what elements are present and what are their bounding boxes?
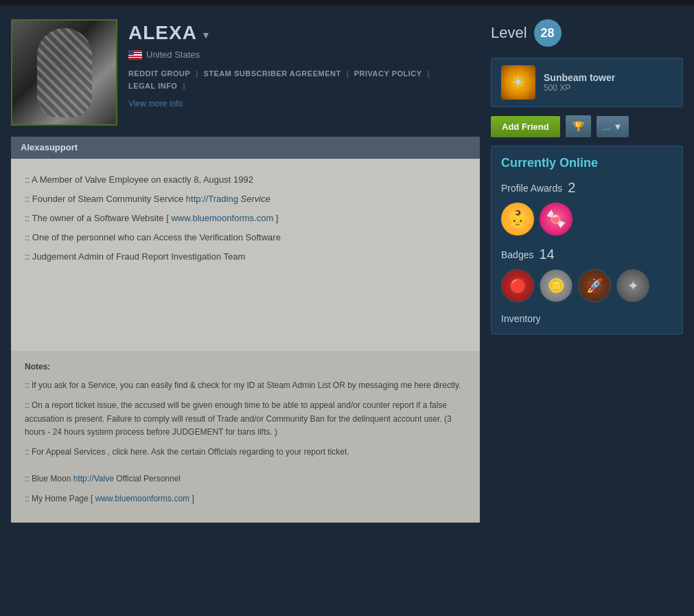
- sunbeam-title: Sunbeam tower: [544, 72, 615, 83]
- avatar-wrapper: [11, 19, 117, 126]
- location-row: United States: [128, 49, 480, 60]
- bio-prefix-3: :: The owner of a Software Website [: [25, 213, 171, 223]
- badge-rocket: 🚀: [578, 269, 611, 302]
- link-reddit-group[interactable]: REDDIT GROUP: [128, 69, 190, 78]
- level-label: Level: [491, 24, 527, 42]
- location-text: United States: [146, 49, 200, 60]
- profile-awards-label: Profile Awards: [501, 183, 562, 194]
- main-container: ALEXA ▼ United States REDDIT GROUP | STE…: [0, 5, 694, 536]
- bio-link-website[interactable]: www.bluemoonforms.com: [171, 213, 273, 223]
- notes4-link[interactable]: http://Valve: [73, 474, 114, 483]
- bio-link-trading[interactable]: http://Trading: [186, 194, 238, 204]
- badges-count: 14: [539, 247, 554, 262]
- bio-line-1: :: A Member of Valve Employee on exactly…: [25, 172, 466, 187]
- bio-text-1: :: A Member of Valve Employee on exactly…: [25, 174, 253, 185]
- separator-1: |: [196, 69, 198, 78]
- right-panel: Level 28 ☀ Sunbeam tower 500 XP Add Frie…: [491, 19, 683, 523]
- sunbeam-card[interactable]: ☀ Sunbeam tower 500 XP: [491, 58, 683, 107]
- inventory-section: Inventory: [501, 313, 673, 324]
- award-baby: 👶: [501, 203, 534, 236]
- badge-star: ✦: [616, 269, 649, 302]
- actions-row: Add Friend 🏆 ... ▼: [491, 115, 683, 137]
- profile-content-area: Alexasupport :: A Member of Valve Employ…: [11, 137, 480, 523]
- top-bar: [0, 0, 694, 5]
- badges-label: Badges: [501, 249, 533, 260]
- notes-title: Notes:: [25, 361, 466, 374]
- left-panel: ALEXA ▼ United States REDDIT GROUP | STE…: [11, 19, 480, 523]
- bio-suffix-trading: Service: [238, 194, 270, 204]
- profile-bio: :: A Member of Valve Employee on exactly…: [11, 159, 480, 351]
- notes-para-2: :: On a report ticket issue, the accused…: [25, 399, 466, 439]
- notes5-suffix: ]: [189, 494, 194, 503]
- bio-text-4: :: One of the personnel who can Access t…: [25, 232, 281, 242]
- awards-row: 👶 🍬: [501, 203, 673, 236]
- badge-red: 🔴: [501, 269, 534, 302]
- inventory-title: Inventory: [501, 313, 673, 324]
- link-privacy-policy[interactable]: PRIVACY POLICY: [354, 69, 422, 78]
- sunbeam-icon: ☀: [501, 65, 535, 100]
- flag-icon: [128, 50, 142, 60]
- notes-para-1: :: If you ask for a Service, you can eas…: [25, 379, 466, 392]
- bio-line-2: :: Founder of Steam Community Service ht…: [25, 192, 466, 207]
- avatar: [12, 21, 116, 124]
- profile-tab-header[interactable]: Alexasupport: [11, 137, 480, 159]
- badge-silver: 🪙: [540, 269, 572, 302]
- separator-4: |: [183, 82, 185, 90]
- username-dropdown-arrow[interactable]: ▼: [201, 30, 211, 41]
- notes-section: Notes: :: If you ask for a Service, you …: [11, 351, 480, 523]
- level-badge: 28: [534, 19, 562, 47]
- bio-suffix-3: ]: [273, 213, 278, 223]
- sunbeam-info: Sunbeam tower 500 XP: [544, 72, 615, 93]
- username-row: ALEXA ▼: [128, 22, 480, 44]
- online-section: Currently Online Profile Awards 2 👶 🍬 Ba…: [491, 146, 683, 334]
- link-legal-info[interactable]: LEGAL INFO: [128, 82, 177, 90]
- bio-prefix-2: :: Founder of Steam Community Service: [25, 194, 186, 204]
- badges-heading: Badges 14: [501, 247, 673, 262]
- more-button[interactable]: ... ▼: [597, 116, 629, 137]
- notes5-link[interactable]: www.bluemoonforms.com: [95, 494, 189, 503]
- profile-awards-heading: Profile Awards 2: [501, 180, 673, 196]
- links-row: REDDIT GROUP | STEAM SUBSCRIBER AGREEMEN…: [128, 69, 480, 90]
- notes5-prefix: :: My Home Page [: [25, 494, 95, 503]
- more-label: ...: [603, 122, 611, 132]
- bio-text-5: :: Judgement Admin of Fraud Report Inves…: [25, 251, 245, 262]
- separator-2: |: [347, 69, 349, 78]
- notes-para-5: :: My Home Page [ www.bluemoonforms.com …: [25, 492, 466, 505]
- level-row: Level 28: [491, 19, 683, 47]
- bio-line-4: :: One of the personnel who can Access t…: [25, 230, 466, 245]
- online-title: Currently Online: [501, 156, 673, 170]
- separator-3: |: [428, 69, 430, 78]
- sunbeam-xp: 500 XP: [544, 83, 615, 93]
- username: ALEXA: [128, 22, 197, 44]
- notes4-suffix: Official Personnel: [114, 474, 181, 483]
- notes-para-3: :: For Appeal Services , click here. Ask…: [25, 446, 466, 459]
- profile-info: ALEXA ▼ United States REDDIT GROUP | STE…: [128, 19, 480, 109]
- view-more-link[interactable]: View more info: [128, 99, 183, 109]
- bio-line-3: :: The owner of a Software Website [ www…: [25, 211, 466, 226]
- award-button[interactable]: 🏆: [566, 115, 591, 137]
- more-arrow-icon: ▼: [613, 122, 622, 132]
- profile-awards-count: 2: [568, 180, 575, 196]
- notes4-prefix: :: Blue Moon: [25, 474, 73, 483]
- bio-line-5: :: Judgement Admin of Fraud Report Inves…: [25, 249, 466, 264]
- profile-header: ALEXA ▼ United States REDDIT GROUP | STE…: [11, 19, 480, 126]
- notes-bottom: :: Blue Moon http://Valve Official Perso…: [25, 466, 466, 505]
- badges-row: 🔴 🪙 🚀 ✦: [501, 269, 673, 302]
- award-candy: 🍬: [540, 203, 572, 236]
- add-friend-button[interactable]: Add Friend: [491, 116, 560, 137]
- notes-para-4: :: Blue Moon http://Valve Official Perso…: [25, 472, 466, 486]
- link-steam-subscriber[interactable]: STEAM SUBSCRIBER AGREEMENT: [203, 69, 340, 78]
